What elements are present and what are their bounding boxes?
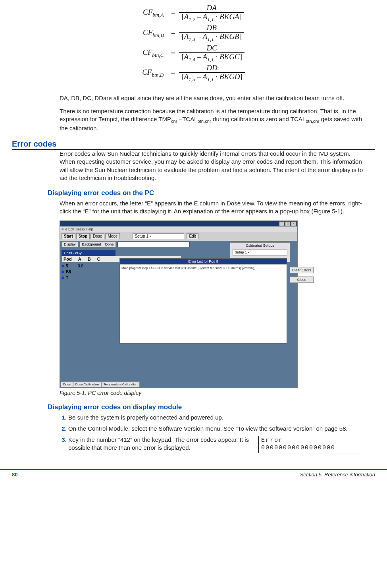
figure-caption: Figure 5-1. PC error code display [60, 390, 363, 396]
table-row: B8 [62, 269, 83, 275]
error-message: Main program loop FAILED to service last… [121, 266, 255, 270]
step-2: On the Control Module, select the Softwa… [68, 425, 363, 433]
close-icon[interactable]: × [291, 221, 297, 226]
step-3-text: Key in the number “412” on the keypad. T… [68, 436, 250, 452]
equation-b: CFbtn,B = DB [A1,3 – A1,1 · BKGB] [12, 24, 375, 42]
pod-rows: 50.0 B8 T [62, 263, 83, 281]
dose-button[interactable]: Dose [90, 233, 104, 239]
paragraph-error-pc: When an error occurs, the letter “E” app… [60, 199, 363, 216]
start-button[interactable]: Start [62, 233, 75, 239]
section-label: Section 5. Reference information [300, 472, 375, 478]
paragraph-error-intro: Error codes allow Sun Nuclear technician… [60, 150, 363, 182]
table-row: 50.0 [62, 263, 83, 269]
setup-select[interactable]: Setup 1 - [133, 233, 184, 239]
heading-error-pc: Displaying error codes on the PC [48, 189, 375, 197]
window-titlebar: _ □ × [60, 221, 297, 226]
stop-button[interactable]: Stop [76, 233, 90, 239]
equation-a: CFbtn,A = DA [A1,2 – A1,1 · BKGA] [12, 4, 375, 22]
tab-temp-calibration[interactable]: Temperature Calibration [101, 381, 140, 387]
maximize-icon[interactable]: □ [285, 221, 291, 226]
status-dot-icon [62, 277, 64, 279]
paragraph-temp-correction: There is no temperature correction becau… [60, 107, 363, 133]
heading-error-display-module: Displaying error codes on display module [48, 403, 375, 411]
step-1: Be sure the system is properly connected… [68, 414, 363, 422]
heading-error-codes: Error codes [12, 139, 375, 150]
menubar[interactable]: File Edit Setup Help [60, 226, 297, 232]
equations-block: CFbtn,A = DA [A1,2 – A1,1 · BKGA] CFbtn,… [12, 4, 375, 82]
table-row: T [62, 275, 83, 281]
clear-errors-button[interactable]: Clear Errors [290, 267, 314, 273]
page-footer: 80 Section 5. Reference information [0, 469, 387, 483]
step-3: Key in the number “412” on the keypad. T… [68, 436, 363, 453]
equation-c: CFbtn,C = DC [A1,4 – A1,1 · BKGC] [12, 44, 375, 62]
tab-dose[interactable]: Dose [61, 381, 73, 387]
equation-d: CFbtn,D = DD [A1,5 – A1,1 · BKGD] [12, 64, 375, 82]
page-number: 80 [12, 472, 17, 478]
lcd-display: Error 00000000000000000 [258, 436, 363, 453]
error-display-window: Error List for Pod 8 Main program loop F… [119, 258, 287, 344]
status-dot-icon [62, 265, 64, 267]
calibrated-item[interactable]: Setup 1 - [233, 249, 287, 255]
paragraph-dose-equal: DA, DB, DC, DDare all equal since they a… [60, 94, 363, 102]
mode-button[interactable]: Mode [105, 233, 120, 239]
edit-button[interactable]: Edit [187, 233, 198, 239]
tab-dose-calibration[interactable]: Dose Calibration [73, 381, 101, 387]
units-bar: Units - cGy [62, 250, 116, 256]
minimize-icon[interactable]: _ [279, 221, 285, 226]
progress-bar [117, 242, 190, 247]
close-button[interactable]: Close [290, 277, 314, 283]
figure-pc-error: _ □ × File Edit Setup Help Start Stop Do… [60, 220, 298, 388]
error-window-title: Error List for Pod 8 [120, 259, 287, 264]
status-dot-icon [62, 271, 64, 273]
calibrated-title: Calibrated Setups [230, 243, 290, 248]
background-chip: Background = Done [80, 242, 116, 247]
display-chip[interactable]: Display [62, 242, 78, 247]
